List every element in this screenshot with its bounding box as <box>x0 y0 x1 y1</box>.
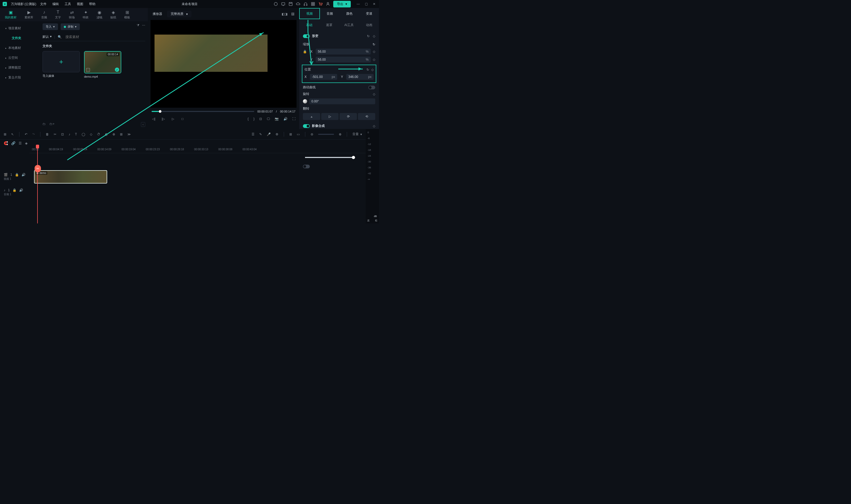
compare-icon[interactable]: ◧◨ <box>282 12 288 16</box>
tab-audio-props[interactable]: 音频 <box>320 8 340 19</box>
import-dropdown[interactable]: 导入▾ <box>42 23 58 30</box>
snapshot-icon[interactable]: 📷 <box>275 117 279 121</box>
mute-icon[interactable]: 🔊 <box>19 188 23 192</box>
rotate-ccw-button[interactable]: ⟲ <box>358 113 375 120</box>
render-icon[interactable]: ▭ <box>297 132 300 136</box>
reset-icon[interactable]: ↻ <box>373 42 375 46</box>
circle-icon[interactable] <box>274 2 278 6</box>
color-button[interactable]: ◐ <box>105 132 108 136</box>
magnet-icon[interactable]: 🧲 <box>4 141 8 145</box>
zoom-in-button[interactable]: ⊕ <box>339 132 342 136</box>
track-icon[interactable]: ☰ <box>19 141 22 145</box>
tab-audio[interactable]: ♪音频 <box>41 10 47 19</box>
tab-library[interactable]: ▶素材库 <box>24 10 33 19</box>
pos-x-input[interactable]: -501.00px <box>310 74 337 80</box>
monitor-icon[interactable]: 🖵 <box>267 117 270 121</box>
link-icon[interactable]: 🔗 <box>11 141 15 145</box>
tab-speed[interactable]: 变速 <box>359 8 379 19</box>
quality-select[interactable]: 完整画质▾ <box>167 11 192 17</box>
sidebar-local[interactable]: ▸本地素材 <box>2 43 38 53</box>
image-icon[interactable]: 🖼 <box>291 12 294 16</box>
export-button[interactable]: 导出▾ <box>333 1 351 7</box>
save-icon[interactable] <box>289 2 293 6</box>
filter-icon[interactable]: ⧩ <box>137 23 139 27</box>
prev-frame-button[interactable]: ◁| <box>151 117 156 121</box>
folder-add-icon[interactable]: 🗀+ <box>50 122 55 127</box>
path-curve-toggle[interactable] <box>368 86 375 89</box>
mark-in-button[interactable]: { <box>248 117 249 121</box>
timeline-ruler[interactable]: :00:00 00:00:04:19 00:00:09:14 00:00:14:… <box>29 147 366 153</box>
track-button[interactable]: ⊞ <box>120 132 123 136</box>
more-button[interactable]: ≫ <box>127 132 131 136</box>
cut-button[interactable]: ✂ <box>54 132 56 136</box>
menu-file[interactable]: 文件 <box>40 2 47 6</box>
keyframe-button[interactable]: ◇ <box>90 132 92 136</box>
menu-help[interactable]: 帮助 <box>89 2 95 6</box>
subtab-basic[interactable]: 基础 <box>299 21 319 29</box>
redo-button[interactable]: ↷ <box>32 132 35 136</box>
fullscreen-icon[interactable]: ⛶ <box>292 117 295 121</box>
keyframe-icon[interactable]: ◇ <box>373 58 375 61</box>
tab-video[interactable]: 视频 <box>299 8 320 19</box>
mixer-icon[interactable]: ⚙ <box>275 132 278 136</box>
cursor-icon[interactable]: ↖ <box>11 132 14 136</box>
mic-icon[interactable]: 🎤 <box>267 132 271 136</box>
lock-icon[interactable]: 🔒 <box>303 50 308 53</box>
next-frame-button[interactable]: |▷ <box>161 117 165 121</box>
tab-my-assets[interactable]: ▣我的素材 <box>5 10 17 19</box>
apps-icon[interactable]: ⊞ <box>4 132 6 136</box>
folder-icon[interactable]: 🗀 <box>42 122 46 127</box>
headphones-icon[interactable] <box>304 2 308 6</box>
compose-toggle[interactable] <box>303 124 310 128</box>
subtab-mask[interactable]: 遮罩 <box>319 21 339 29</box>
rotate-dial[interactable] <box>303 99 307 104</box>
sidebar-adjust[interactable]: ▸调整图层 <box>2 63 38 73</box>
tab-sticker[interactable]: ◈贴纸 <box>110 10 116 19</box>
tab-color[interactable]: 颜色 <box>340 8 359 19</box>
audio-icon[interactable]: ♪ <box>69 132 70 136</box>
playhead[interactable] <box>37 147 38 223</box>
cloud-icon[interactable] <box>296 2 300 6</box>
keyframe-icon[interactable]: ◇ <box>373 50 375 53</box>
import-media-card[interactable]: + 导入媒体 <box>42 51 80 78</box>
marker-button[interactable]: ◯ <box>82 132 85 136</box>
audio-track-lane[interactable] <box>29 184 366 200</box>
mute-icon[interactable]: 🔊 <box>21 173 25 177</box>
tab-filter[interactable]: ◉滤镜 <box>96 10 103 19</box>
speed-button[interactable]: ⏱ <box>97 132 100 136</box>
menu-tools[interactable]: 工具 <box>65 2 71 6</box>
search-input[interactable] <box>65 34 145 40</box>
cart-icon[interactable] <box>318 2 323 6</box>
grid-icon[interactable] <box>311 2 315 6</box>
keyframe-icon[interactable]: ◇ <box>373 124 375 128</box>
crop-button[interactable]: ⊡ <box>61 132 64 136</box>
marker-icon[interactable]: ◈ <box>25 141 28 145</box>
menu-view[interactable]: 视图 <box>77 2 83 6</box>
reset-icon[interactable]: ↻ <box>366 68 369 72</box>
cut-marker-icon[interactable]: ✂ <box>35 165 41 172</box>
reset-icon[interactable]: ↻ <box>367 34 370 38</box>
ratio-icon[interactable]: ⊡ <box>259 117 262 121</box>
user-icon[interactable] <box>326 2 330 6</box>
transform-toggle[interactable] <box>303 34 310 38</box>
rotate-cw-button[interactable]: ⟳ <box>340 113 357 120</box>
flip-h-button[interactable]: ⟁ <box>303 113 320 120</box>
tab-transition[interactable]: ⇄转场 <box>69 10 75 19</box>
scale-y-input[interactable]: 56.00% <box>316 57 371 62</box>
progress-slider[interactable] <box>151 111 254 112</box>
video-track-lane[interactable]: ▶ demo <box>29 169 366 184</box>
media-clip[interactable]: 00:00:14 □ ✓ demo.mp4 <box>84 51 121 78</box>
sidebar-compound[interactable]: ▸复合片段 <box>2 73 38 83</box>
rotate-input[interactable]: 0.00° <box>309 98 375 104</box>
sidebar-cloud[interactable]: ▸云空间 <box>2 53 38 63</box>
zoom-out-button[interactable]: ⊖ <box>311 132 313 136</box>
screen-icon[interactable] <box>281 2 285 6</box>
lock-icon[interactable]: 🔒 <box>15 173 19 177</box>
subtab-animation[interactable]: 动画 <box>359 21 379 29</box>
close-button[interactable]: ✕ <box>372 2 376 6</box>
play-button[interactable]: ▷ <box>171 117 175 121</box>
timeline-clip[interactable]: ▶ demo <box>34 170 107 183</box>
menu-edit[interactable]: 编辑 <box>52 2 59 6</box>
sort-dropdown[interactable]: 默认▾ <box>42 35 52 39</box>
undo-button[interactable]: ↶ <box>25 132 28 136</box>
